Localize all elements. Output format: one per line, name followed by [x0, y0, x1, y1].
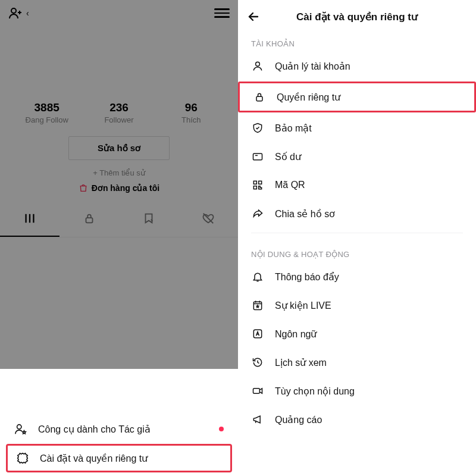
- video-play-icon: [251, 384, 264, 397]
- settings-item-content-prefs[interactable]: Tùy chọn nội dung: [238, 377, 476, 405]
- lock-icon: [253, 90, 266, 104]
- settings-item-manage-account[interactable]: Quản lý tài khoản: [238, 52, 476, 80]
- tab-saved[interactable]: [119, 206, 178, 237]
- card-icon: [251, 150, 264, 163]
- stat-like-count: 96: [155, 101, 227, 114]
- my-orders-label: Đơn hàng của tôi: [92, 183, 159, 193]
- shopping-bag-icon: [79, 183, 88, 193]
- profile-screen: ‹ 3885 Đang Follow 236 Follower 96 Thích…: [0, 0, 238, 476]
- svg-rect-8: [253, 186, 256, 189]
- settings-item-label: Tùy chọn nội dung: [275, 386, 355, 397]
- settings-item-push-notifications[interactable]: Thông báo đẩy: [238, 262, 476, 291]
- settings-item-watch-history[interactable]: Lịch sử xem: [238, 348, 476, 377]
- share-arrow-icon: [251, 207, 264, 220]
- stat-following[interactable]: 3885 Đang Follow: [11, 101, 83, 124]
- settings-item-balance[interactable]: Số dư: [238, 142, 476, 171]
- calendar-star-icon: [251, 299, 264, 312]
- settings-screen: Cài đặt và quyền riêng tư TÀI KHOẢN Quản…: [238, 0, 476, 476]
- svg-rect-5: [253, 154, 262, 160]
- svg-point-3: [256, 62, 260, 66]
- section-label-content: NỘI DUNG & HOẠT ĐỘNG: [238, 238, 476, 262]
- person-icon: [251, 60, 264, 73]
- notification-dot-icon: [219, 427, 224, 431]
- settings-header: Cài đặt và quyền riêng tư: [238, 2, 476, 27]
- stat-following-label: Đang Follow: [11, 115, 83, 124]
- options-bottom-sheet: Công cụ dành cho Tác giả Cài đặt và quyề…: [0, 403, 238, 476]
- settings-item-security[interactable]: Bảo mật: [238, 114, 476, 142]
- shield-check-icon: [251, 121, 264, 134]
- hamburger-menu-icon[interactable]: [214, 8, 230, 18]
- svg-rect-4: [256, 96, 262, 101]
- settings-item-language[interactable]: Ngôn ngữ: [238, 320, 476, 348]
- settings-item-label: Lịch sử xem: [275, 357, 327, 368]
- settings-item-label: Sự kiện LIVE: [275, 300, 331, 311]
- settings-item-label: Quản lý tài khoản: [275, 61, 350, 72]
- profile-tabs: [0, 206, 238, 237]
- stat-follower-label: Follower: [83, 115, 155, 124]
- sheet-item-label: Công cụ dành cho Tác giả: [38, 424, 151, 435]
- tab-liked[interactable]: [178, 206, 238, 237]
- settings-item-label: Số dư: [275, 151, 301, 162]
- back-arrow-icon[interactable]: [246, 10, 261, 24]
- settings-item-label: Chia sẻ hồ sơ: [275, 208, 335, 220]
- settings-item-privacy[interactable]: Quyền riêng tư: [240, 83, 474, 111]
- highlight-privacy: Quyền riêng tư: [238, 82, 476, 112]
- settings-item-label: Mã QR: [275, 180, 305, 190]
- tab-grid[interactable]: [0, 206, 60, 237]
- my-orders-link[interactable]: Đơn hàng của tôi: [0, 183, 238, 193]
- sheet-item-label: Cài đặt và quyền riêng tư: [40, 453, 148, 464]
- settings-item-share-profile[interactable]: Chia sẻ hồ sơ: [238, 199, 476, 228]
- settings-item-ads[interactable]: Quảng cáo: [238, 405, 476, 434]
- settings-item-label: Quảng cáo: [275, 414, 322, 425]
- svg-rect-11: [253, 389, 260, 393]
- letter-a-icon: [251, 327, 264, 340]
- stat-followers[interactable]: 236 Follower: [83, 101, 155, 124]
- stat-like-label: Thích: [155, 115, 227, 124]
- stat-follower-count: 236: [83, 101, 155, 114]
- stat-following-count: 3885: [11, 101, 83, 114]
- bell-icon: [251, 270, 264, 283]
- settings-item-qr-code[interactable]: Mã QR: [238, 171, 476, 199]
- settings-title: Cài đặt và quyền riêng tư: [261, 11, 468, 23]
- sheet-item-settings-privacy[interactable]: Cài đặt và quyền riêng tư: [16, 452, 222, 465]
- section-label-account: TÀI KHOẢN: [238, 27, 476, 52]
- profile-stats: 3885 Đang Follow 236 Follower 96 Thích: [0, 101, 238, 124]
- add-friend-icon[interactable]: [8, 6, 23, 20]
- settings-item-live-events[interactable]: Sự kiện LIVE: [238, 291, 476, 320]
- settings-item-label: Thông báo đẩy: [275, 271, 339, 283]
- section-divider: [251, 233, 463, 233]
- add-bio-button[interactable]: + Thêm tiểu sử: [0, 168, 238, 177]
- sheet-item-creator-tools[interactable]: Công cụ dành cho Tác giả: [0, 414, 238, 444]
- svg-rect-6: [253, 181, 256, 184]
- svg-point-2: [17, 425, 21, 429]
- svg-rect-1: [86, 218, 93, 223]
- gear-outline-icon: [16, 452, 29, 465]
- settings-item-label: Ngôn ngữ: [275, 328, 317, 340]
- history-clock-icon: [251, 356, 264, 369]
- highlight-settings-privacy: Cài đặt và quyền riêng tư: [6, 444, 232, 472]
- megaphone-icon: [251, 413, 264, 426]
- settings-item-label: Quyền riêng tư: [277, 92, 340, 103]
- settings-item-label: Bảo mật: [275, 123, 312, 134]
- person-star-icon: [14, 422, 27, 436]
- chevron-left-icon[interactable]: ‹: [23, 8, 33, 18]
- svg-rect-7: [259, 181, 262, 184]
- stat-likes[interactable]: 96 Thích: [155, 101, 227, 124]
- qr-code-icon: [251, 178, 264, 192]
- svg-point-0: [11, 8, 16, 13]
- tab-private[interactable]: [60, 206, 119, 237]
- edit-profile-button[interactable]: Sửa hồ sơ: [68, 136, 170, 160]
